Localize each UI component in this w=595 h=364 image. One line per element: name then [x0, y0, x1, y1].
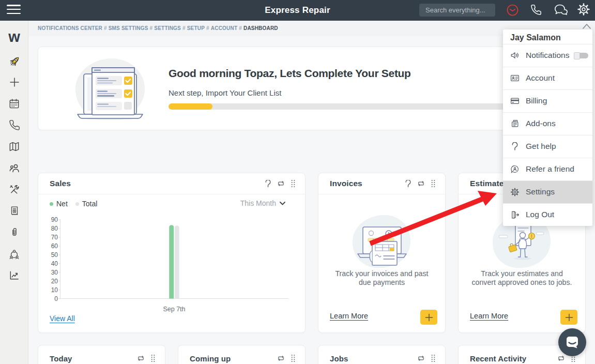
tools-icon[interactable]	[8, 183, 21, 195]
search-input[interactable]	[419, 4, 495, 17]
chevron-down-icon	[280, 202, 285, 205]
menu-item-refer-a-friend[interactable]: Refer a friend	[503, 158, 592, 180]
setup-illustration	[71, 55, 149, 123]
phone-icon[interactable]	[8, 119, 21, 131]
user-menu: Jay Salamon Notifications	[503, 29, 592, 226]
add-invoice-button[interactable]	[420, 310, 437, 325]
refresh-icon[interactable]	[277, 180, 285, 187]
jobs-card: Jobs	[318, 345, 446, 364]
breadcrumb-item[interactable]: SETUP	[187, 25, 205, 31]
attachment-icon[interactable]	[8, 226, 21, 238]
today-card-title: Today	[50, 354, 131, 363]
svg-text:0: 0	[54, 295, 58, 302]
drag-handle-icon[interactable]	[150, 354, 156, 362]
breadcrumb-separator: #	[237, 25, 243, 31]
menu-item-notifications[interactable]: Notifications	[503, 44, 592, 67]
coming-up-card: Coming up	[178, 345, 306, 364]
chart-legend: Net Total	[50, 200, 97, 208]
workiz-logo[interactable]: w	[0, 29, 28, 44]
menu-item-label: Billing	[526, 96, 547, 105]
learn-more-link[interactable]: Learn More	[470, 312, 508, 320]
gear-icon[interactable]	[577, 3, 590, 16]
menu-item-get-help[interactable]: Get help	[503, 135, 592, 158]
breadcrumb-item[interactable]: SMS SETTINGS	[109, 25, 148, 31]
plus-icon	[565, 313, 573, 322]
chat-launcher-button[interactable]	[558, 328, 586, 356]
invoices-illustration	[348, 214, 416, 269]
menu-item-add-ons[interactable]: Add-ons	[503, 112, 592, 135]
help-icon[interactable]	[405, 180, 411, 188]
chat-icon[interactable]	[553, 3, 569, 17]
svg-text:70: 70	[51, 234, 58, 241]
drag-handle-icon[interactable]	[431, 354, 436, 362]
drag-handle-icon[interactable]	[291, 354, 296, 362]
invoice-icon[interactable]	[8, 205, 21, 217]
legend-dot-net	[50, 202, 53, 206]
legend-label-total: Total	[82, 200, 98, 208]
timer-icon[interactable]	[506, 3, 519, 17]
refresh-icon[interactable]	[417, 355, 425, 362]
phone-icon[interactable]	[529, 3, 543, 17]
view-all-link[interactable]: View All	[50, 314, 75, 323]
menu-item-label: Account	[526, 73, 555, 83]
svg-text:20: 20	[51, 278, 58, 285]
refresh-icon[interactable]	[137, 355, 145, 362]
sales-card-title: Sales	[50, 179, 259, 188]
menu-item-billing[interactable]: Billing	[503, 89, 592, 112]
jobs-card-title: Jobs	[330, 354, 411, 363]
legend-item-net: Net	[50, 200, 68, 208]
breadcrumb-item[interactable]: ACCOUNT	[211, 25, 237, 31]
add-icon[interactable]	[8, 76, 21, 88]
coming-up-card-title: Coming up	[190, 354, 271, 363]
menu-item-label: Settings	[526, 187, 555, 196]
menu-item-label: Add-ons	[526, 119, 556, 128]
svg-text:80: 80	[51, 225, 58, 232]
refresh-icon[interactable]	[277, 355, 285, 362]
range-selector[interactable]: This Month	[240, 199, 285, 207]
estimates-description: Track your estimates andconvert approved…	[464, 269, 580, 287]
add-estimate-button[interactable]	[560, 310, 577, 325]
dispatch-icon[interactable]	[8, 248, 21, 260]
refresh-icon[interactable]	[557, 355, 565, 362]
id-card-icon	[510, 73, 520, 83]
recent-activity-card-title: Recent Activity	[470, 354, 552, 363]
reports-icon[interactable]	[8, 269, 21, 281]
credit-card-icon	[510, 96, 520, 105]
addons-icon	[510, 119, 520, 128]
hamburger-menu-icon[interactable]	[7, 5, 21, 16]
logout-icon	[510, 210, 520, 219]
menu-item-label: Notifications	[526, 51, 569, 60]
breadcrumb-item[interactable]: SETTINGS	[154, 25, 181, 31]
drag-handle-icon[interactable]	[291, 179, 296, 188]
rocket-icon[interactable]	[8, 55, 21, 68]
breadcrumb-separator: #	[102, 25, 109, 31]
setup-next-step: Next step, Import Your Client List	[169, 88, 281, 97]
menu-item-log-out[interactable]: Log Out	[503, 203, 592, 226]
calendar-icon[interactable]	[8, 97, 21, 110]
map-icon[interactable]	[8, 140, 21, 153]
svg-text:10: 10	[51, 286, 58, 294]
breadcrumb-item[interactable]: NOTIFICATIONS CENTER	[38, 25, 102, 31]
svg-text:Sep 7th: Sep 7th	[163, 306, 185, 313]
breadcrumb: NOTIFICATIONS CENTER#SMS SETTINGS#SETTIN…	[38, 25, 278, 31]
invoices-card-title: Invoices	[330, 179, 399, 188]
svg-text:50: 50	[51, 251, 58, 259]
menu-item-label: Get help	[526, 142, 556, 151]
menu-item-settings[interactable]: Settings	[503, 180, 592, 203]
drag-handle-icon[interactable]	[431, 179, 436, 188]
sidebar: w	[0, 21, 28, 364]
team-icon[interactable]	[8, 162, 21, 174]
breadcrumb-separator: #	[181, 25, 187, 31]
invoices-description: Track your invoices and pastdue payments	[324, 269, 440, 287]
legend-dot-total	[75, 202, 79, 206]
refresh-icon[interactable]	[417, 180, 425, 187]
refer-friend-icon	[510, 164, 520, 174]
notifications-toggle[interactable]	[574, 52, 588, 59]
breadcrumb-item-current[interactable]: DASHBOARD	[243, 25, 278, 31]
chat-bubble-icon	[565, 335, 580, 350]
breadcrumb-separator: #	[205, 25, 211, 31]
help-icon[interactable]	[265, 180, 271, 188]
menu-item-account[interactable]: Account	[503, 67, 592, 89]
question-icon	[510, 142, 520, 151]
learn-more-link[interactable]: Learn More	[330, 312, 368, 320]
